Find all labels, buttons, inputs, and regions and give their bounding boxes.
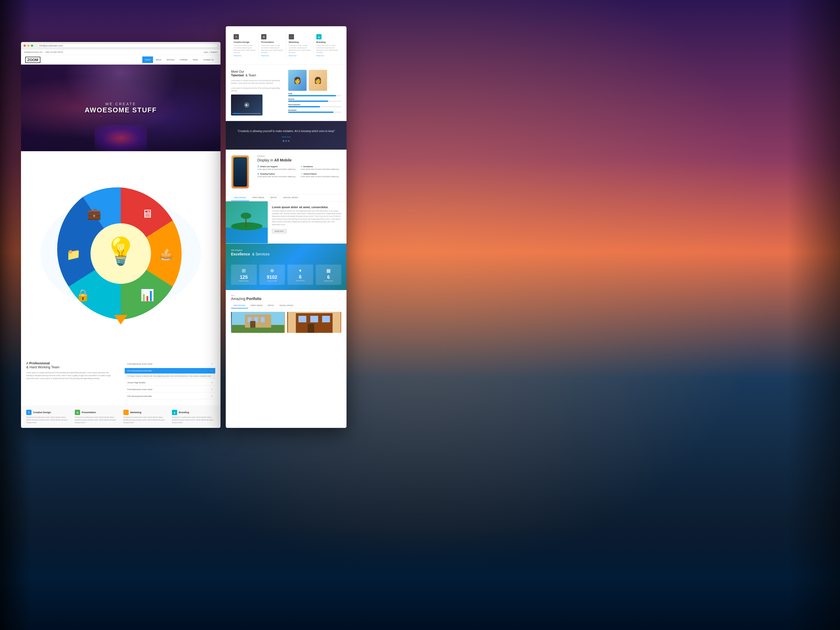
service-icon-1: ✎ [234, 34, 239, 39]
services-section: ✎ Creative Design Lorem ipsum dolor sit … [226, 26, 346, 65]
quote-dot-3[interactable] [288, 140, 289, 142]
tab-print-media[interactable]: PRINT MEDIA [249, 194, 267, 201]
accordion-item-4: Font Awesome Icons Used + [125, 387, 215, 392]
team-description: Lorem ipsum is simply dummy text of the … [26, 371, 117, 380]
register-link[interactable]: Register [210, 51, 217, 53]
accordion-header-2[interactable]: iOS Development Benefits − [125, 368, 215, 374]
feature-creative-design: ✎ Creative Design Praesent id condimentu… [26, 410, 69, 424]
video-thumbnail[interactable]: ▶ [231, 95, 262, 115]
meet-subtitle: & Team [245, 74, 256, 77]
skill-fill-html [288, 95, 336, 96]
accordion-header-1[interactable]: Font Awesome Icons Used + [125, 361, 215, 367]
door-2 [308, 324, 314, 333]
feature-desc-1: Praesent id condimentum dolor. Morbi bla… [26, 416, 69, 424]
login-link[interactable]: Login [204, 51, 208, 53]
quote-dot-1[interactable] [283, 140, 284, 142]
nav-home[interactable]: Home [142, 57, 153, 63]
service-creative-design: ✎ Creative Design Lorem ipsum dolor sit … [231, 32, 259, 59]
win-1 [298, 316, 306, 322]
tab-artist[interactable]: ARTIST [267, 194, 280, 201]
browser-minimize-button[interactable] [27, 45, 29, 47]
portfolio-filter-tabs: NEW DESIGN PRINT MEDIA ARTIST SPECIAL GR… [226, 194, 346, 201]
tab-new-design[interactable]: NEW DESIGN [231, 194, 249, 201]
service-link-2[interactable]: Read more [261, 55, 283, 57]
browser-close-button[interactable] [24, 45, 26, 47]
accordion-label-5: iOS Development Benefits [127, 395, 152, 398]
port-tab-print[interactable]: PRINT MEDIA [248, 303, 265, 308]
accordion-toggle-5[interactable]: + [211, 395, 213, 398]
feature-icon-row-4: ▲ Branding [172, 410, 215, 415]
hero-tagline: WE CREATE [85, 102, 157, 106]
service-title-3: Marketing [289, 41, 311, 43]
accordion-item-2: iOS Development Benefits − Ut torque mas… [125, 368, 215, 379]
site-logo: ZOOM [25, 57, 40, 63]
skill-bar-photography [288, 106, 341, 107]
stat-icon-3: ♦ [289, 268, 311, 273]
marketing-icon: ⋯ [123, 410, 129, 415]
portfolio-item-description: Ut torque massa ut ultrices elit. Sed ad… [272, 210, 342, 226]
nav-portfolio[interactable]: Portfolio [177, 57, 190, 63]
portfolio-more-info-button[interactable]: MORE INFO [272, 229, 287, 234]
arch-image-1 [231, 312, 285, 333]
portfolio-item-content: Lorem ipsum dolor sit amet, consectetur.… [268, 201, 346, 243]
meet-team-left: Meet Our Talented & Team Lorem ipsum is … [231, 70, 284, 115]
accordion-header-4[interactable]: Font Awesome Icons Used + [125, 387, 215, 392]
portfolio-image [226, 201, 268, 243]
quote-section: "Creativity is allowing yourself to make… [226, 121, 346, 150]
stat-happy-clients: ⊞ 125 Happy Clients [231, 265, 257, 285]
accordion-header-5[interactable]: iOS Development Benefits + [125, 393, 215, 399]
service-icon-4: ▲ [316, 34, 322, 39]
accordion-header-3[interactable]: Visual Page Builder + [125, 380, 215, 385]
nav-links-container: Home About Services Portfolio News Conta… [142, 57, 216, 63]
browser-maximize-button[interactable] [31, 45, 33, 47]
feature-icon-row-3: ⋯ Marketing [123, 410, 167, 415]
feature-branding: ▲ Branding Praesent id condimentum dolor… [172, 410, 215, 424]
service-title-2: Presentation [261, 41, 283, 43]
portfolio-image-1[interactable] [231, 312, 285, 333]
stat-label-4: Deployments [318, 280, 339, 282]
service-link-3[interactable]: Read more [289, 55, 311, 57]
infographic-section: 💡 💼 🖥 🥧 📊 🔒 📁 [21, 151, 221, 356]
accordion-label-3: Visual Page Builder [127, 381, 146, 384]
portfolio-image-2[interactable] [287, 312, 341, 333]
skill-fill-branding [288, 112, 333, 113]
nav-about[interactable]: About [153, 57, 164, 63]
meet-title: Meet Our Talented & Team [231, 70, 284, 77]
port-tab-artist[interactable]: ARTIST [265, 303, 277, 308]
video-progress-fill [232, 113, 241, 114]
skill-bar-design [288, 101, 341, 102]
accordion-label-1: Font Awesome Icons Used [127, 363, 152, 365]
mobile-feature-icon-2: ✧ [300, 165, 302, 168]
browser-address-bar[interactable]: info@yourdomain.com [37, 44, 218, 48]
portfolio-item-title: Lorem ipsum dolor sit amet, consectetur. [272, 205, 342, 209]
hero-splatter-effect [95, 125, 147, 151]
mobile-feature-title-2: ✧ Excellence [300, 165, 341, 168]
url-text: info@yourdomain.com [39, 44, 63, 47]
accordion-toggle-4[interactable]: + [211, 388, 213, 391]
skills-container: HTML DESIGN PHOTOGRAPHY [288, 93, 341, 115]
meet-description-1: Lorem ipsum is simply dummy text of the … [231, 79, 284, 85]
service-link-4[interactable]: Read more [316, 55, 339, 57]
nav-contact[interactable]: Contact Us [201, 57, 216, 63]
accordion-toggle-1[interactable]: + [211, 363, 213, 365]
quote-slider-dots [231, 140, 341, 142]
accordion-toggle-3[interactable]: + [211, 381, 213, 384]
tab-special-group[interactable]: SPECIAL GROUP [280, 194, 302, 201]
accordion-toggle-2[interactable]: − [211, 369, 213, 372]
branding-icon: ▲ [172, 410, 177, 415]
service-desc-2: Lorem ipsum dolor sit amet consectetur a… [261, 44, 283, 54]
port-tab-social[interactable]: SOCIAL GROUP [277, 303, 296, 308]
port-tab-web[interactable]: WEB DESIGN [231, 303, 248, 308]
skill-label-design: DESIGN [288, 98, 341, 100]
skill-fill-design [288, 101, 328, 102]
browser-window-left: info@yourdomain.com info@yourdomain.com … [21, 42, 221, 428]
nav-services[interactable]: Services [164, 57, 177, 63]
portfolio-images-grid [231, 312, 341, 333]
service-desc-1: Lorem ipsum dolor sit amet consectetur a… [234, 44, 256, 54]
service-link-1[interactable]: Read more [234, 55, 256, 57]
play-button[interactable]: ▶ [244, 103, 249, 107]
segment-icon-3: 🥧 [159, 248, 173, 261]
skill-label-photography: PHOTOGRAPHY [288, 104, 341, 106]
quote-dot-2[interactable] [285, 140, 287, 142]
nav-news[interactable]: News [190, 57, 201, 63]
